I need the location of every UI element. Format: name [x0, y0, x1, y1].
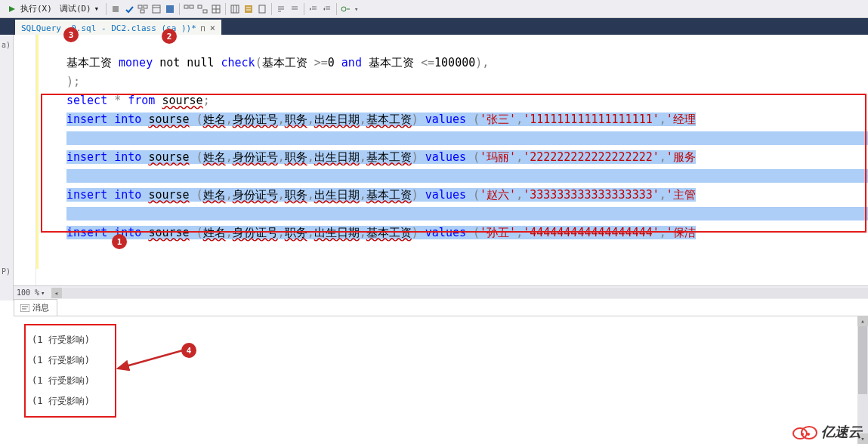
specify-values-icon[interactable]: [340, 3, 352, 15]
annotation-box-4: (1 行受影响) (1 行受影响) (1 行受影响) (1 行受影响): [24, 324, 116, 418]
parse-icon[interactable]: [123, 3, 135, 15]
gutter-label: P): [2, 267, 11, 276]
annotation-badge-4: 4: [181, 343, 196, 358]
uncomment-icon[interactable]: [289, 3, 301, 15]
svg-rect-7: [166, 5, 174, 13]
separator: [336, 3, 337, 15]
svg-marker-0: [9, 6, 15, 12]
svg-rect-3: [144, 5, 147, 8]
scroll-up-icon[interactable]: ▴: [857, 316, 868, 326]
code-area[interactable]: 基本工资 money not null check(基本工资 >=0 and 基…: [36, 35, 868, 290]
separator: [304, 3, 304, 15]
svg-line-38: [118, 350, 183, 368]
message-line: (1 行受影响): [32, 350, 109, 371]
close-icon[interactable]: ×: [210, 23, 215, 33]
svg-rect-4: [141, 10, 144, 13]
document-tab[interactable]: SQLQuery .0.sql - DC2.class (sa ))* ⊓ ×: [15, 20, 221, 35]
svg-rect-9: [190, 5, 193, 8]
annotation-badge-2: 2: [162, 29, 177, 44]
svg-marker-32: [323, 8, 325, 11]
svg-rect-1: [113, 6, 119, 12]
gutter-label: a): [2, 41, 11, 49]
messages-tab-label: 消息: [32, 302, 49, 313]
messages-icon: [20, 304, 29, 312]
comment-icon[interactable]: [275, 3, 287, 15]
watermark-text: 亿速云: [821, 423, 862, 441]
svg-point-33: [341, 7, 346, 11]
execute-button[interactable]: 执行(X): [3, 2, 55, 17]
svg-point-42: [807, 433, 810, 436]
cloud-icon: [791, 423, 818, 441]
message-line: (1 行受影响): [32, 391, 109, 412]
dropdown-icon[interactable]: ▾: [354, 3, 360, 15]
message-line: (1 行受影响): [32, 371, 109, 391]
svg-marker-29: [310, 8, 311, 11]
actual-plan-icon[interactable]: [183, 3, 195, 15]
separator: [225, 3, 226, 15]
svg-point-40: [802, 427, 817, 439]
execute-label: 执行(X): [20, 3, 52, 14]
zoom-control[interactable]: 100 % ▾: [14, 288, 48, 297]
zoom-bar: 100 % ▾ ◂: [14, 285, 868, 299]
tab-bar: SQLQuery .0.sql - DC2.class (sa ))* ⊓ ×: [0, 18, 868, 35]
debug-button[interactable]: 调试(D) ▾: [57, 2, 103, 17]
result-tabs: 消息: [14, 299, 57, 316]
annotation-badge-1: 1: [112, 234, 127, 249]
results-file-icon[interactable]: [256, 3, 268, 15]
intellisense-icon[interactable]: [164, 3, 176, 15]
horizontal-scrollbar[interactable]: ◂: [51, 288, 868, 298]
svg-rect-18: [245, 5, 252, 13]
message-line: (1 行受影响): [32, 330, 109, 350]
watermark: 亿速云: [791, 423, 862, 441]
left-margin: a) P): [0, 35, 14, 301]
separator: [271, 3, 272, 15]
query-options-icon[interactable]: [150, 3, 162, 15]
svg-point-41: [801, 433, 804, 436]
messages-pane[interactable]: (1 行受影响) (1 行受影响) (1 行受影响) (1 行受影响): [14, 316, 868, 444]
scroll-thumb[interactable]: [858, 326, 867, 394]
svg-rect-10: [198, 5, 202, 8]
svg-rect-5: [153, 5, 160, 13]
live-stats-icon[interactable]: [196, 3, 209, 15]
svg-rect-2: [138, 5, 142, 8]
svg-rect-15: [231, 5, 239, 13]
svg-rect-11: [203, 10, 207, 13]
separator: [179, 3, 180, 15]
line-gutter: [14, 35, 36, 290]
outdent-icon[interactable]: [321, 3, 333, 15]
annotation-arrow: [113, 346, 189, 376]
indent-icon[interactable]: [307, 3, 320, 15]
separator: [106, 3, 107, 15]
client-stats-icon[interactable]: [210, 3, 222, 15]
results-text-icon[interactable]: [242, 3, 255, 15]
debug-label: 调试(D): [60, 3, 91, 14]
dropdown-icon: ▾: [94, 3, 100, 15]
svg-rect-34: [20, 304, 29, 312]
annotation-badge-3: 3: [63, 27, 79, 42]
estimated-plan-icon[interactable]: [137, 3, 149, 15]
results-grid-icon[interactable]: [229, 3, 241, 15]
messages-tab[interactable]: 消息: [14, 299, 57, 316]
dropdown-icon: ▾: [41, 289, 45, 297]
toolbar: 执行(X) 调试(D) ▾: [0, 0, 868, 18]
svg-rect-8: [184, 5, 188, 8]
play-icon: [6, 3, 18, 15]
scroll-left-icon[interactable]: ◂: [51, 288, 62, 298]
zoom-value: 100 %: [17, 288, 39, 297]
svg-rect-21: [259, 5, 265, 13]
stop-debug-icon[interactable]: [110, 3, 122, 15]
pin-icon[interactable]: ⊓: [201, 24, 205, 32]
editor[interactable]: 基本工资 money not null check(基本工资 >=0 and 基…: [14, 35, 868, 290]
